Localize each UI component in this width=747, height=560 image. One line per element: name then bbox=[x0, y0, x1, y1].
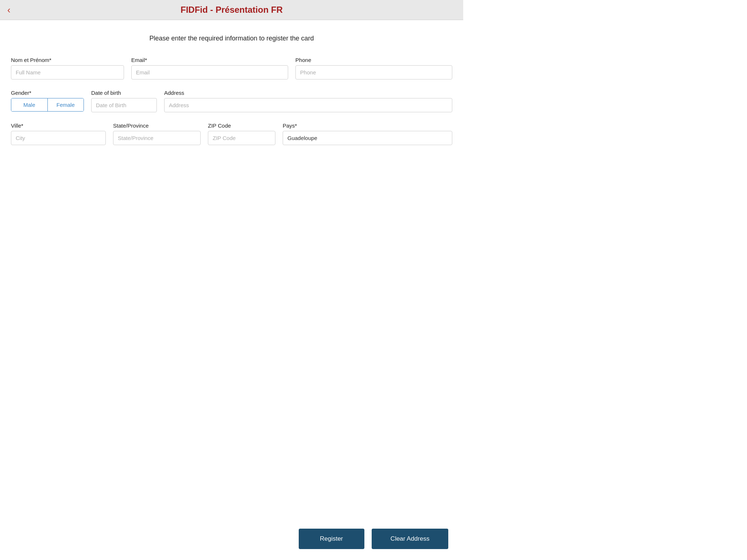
zip-label: ZIP Code bbox=[208, 122, 275, 129]
state-input[interactable] bbox=[113, 131, 201, 145]
zip-group: ZIP Code bbox=[208, 122, 275, 145]
city-label: Ville* bbox=[11, 122, 106, 129]
state-label: State/Province bbox=[113, 122, 201, 129]
main-content: Please enter the required information to… bbox=[0, 20, 463, 166]
pays-group: Pays* bbox=[283, 122, 452, 145]
header-title: FIDFid - Présentation FR bbox=[181, 5, 283, 15]
address-input[interactable] bbox=[164, 98, 452, 112]
email-group: Email* bbox=[131, 57, 288, 79]
app-header: ‹ FIDFid - Présentation FR bbox=[0, 0, 463, 20]
address-group: Address bbox=[164, 90, 452, 112]
city-input[interactable] bbox=[11, 131, 106, 145]
row-gender-dob-address: Gender* Male Female Date of birth Addres… bbox=[11, 90, 452, 112]
state-group: State/Province bbox=[113, 122, 201, 145]
fullname-input[interactable] bbox=[11, 65, 124, 79]
phone-input[interactable] bbox=[295, 65, 452, 79]
fullname-label: Nom et Prénom* bbox=[11, 57, 124, 63]
gender-label: Gender* bbox=[11, 90, 84, 96]
gender-toggle: Male Female bbox=[11, 98, 84, 112]
address-label: Address bbox=[164, 90, 452, 96]
dob-label: Date of birth bbox=[91, 90, 157, 96]
dob-group: Date of birth bbox=[91, 90, 157, 112]
gender-female-button[interactable]: Female bbox=[48, 98, 84, 111]
dob-input[interactable] bbox=[91, 98, 157, 112]
phone-label: Phone bbox=[295, 57, 452, 63]
email-input[interactable] bbox=[131, 65, 288, 79]
row-name-email-phone: Nom et Prénom* Email* Phone bbox=[11, 57, 452, 79]
intro-text: Please enter the required information to… bbox=[11, 35, 452, 42]
gender-group: Gender* Male Female bbox=[11, 90, 84, 112]
email-label: Email* bbox=[131, 57, 288, 63]
phone-group: Phone bbox=[295, 57, 452, 79]
fullname-group: Nom et Prénom* bbox=[11, 57, 124, 79]
row-city-state-zip-pays: Ville* State/Province ZIP Code Pays* bbox=[11, 122, 452, 145]
pays-input[interactable] bbox=[283, 131, 452, 145]
back-button[interactable]: ‹ bbox=[7, 5, 11, 15]
pays-label: Pays* bbox=[283, 122, 452, 129]
city-group: Ville* bbox=[11, 122, 106, 145]
gender-male-button[interactable]: Male bbox=[11, 98, 48, 111]
zip-input[interactable] bbox=[208, 131, 275, 145]
